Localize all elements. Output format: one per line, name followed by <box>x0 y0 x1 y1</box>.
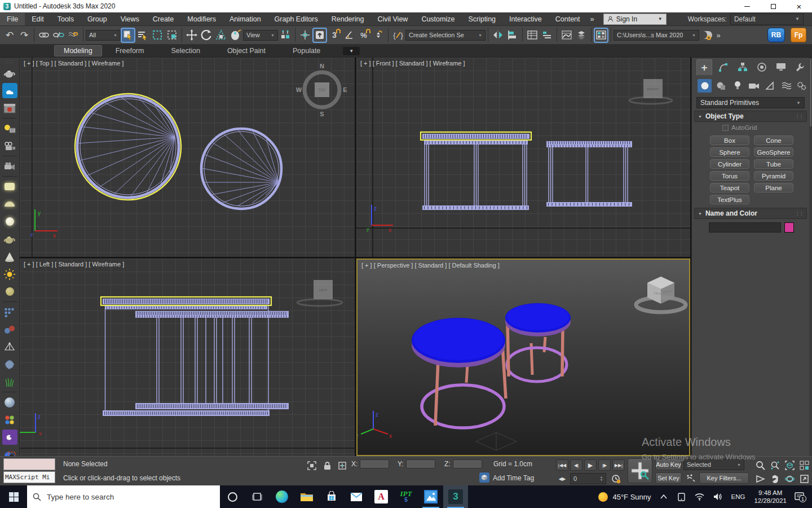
sky-sphere-icon[interactable] <box>2 284 17 299</box>
isolate-selection-icon[interactable] <box>305 459 319 472</box>
zoom-icon[interactable] <box>753 459 767 471</box>
render-preview-icon[interactable] <box>2 83 17 98</box>
tab-modify[interactable] <box>716 59 731 75</box>
menu-tools[interactable]: Tools <box>51 13 81 25</box>
angle-snap-icon[interactable] <box>342 28 356 43</box>
sphere-primitive-icon[interactable] <box>2 214 17 229</box>
next-frame-button[interactable]: |▶ <box>598 459 611 471</box>
tab-create[interactable]: + <box>696 59 712 75</box>
video-camera-icon[interactable] <box>2 159 17 174</box>
rollout-object-type[interactable]: ▼ Object Type ⋮⋮ <box>694 111 807 122</box>
undo-button[interactable]: ↶ <box>2 28 17 43</box>
menu-graph-editors[interactable]: Graph Editors <box>268 13 325 25</box>
connect-spheres-icon[interactable] <box>2 322 17 337</box>
maximize-viewport-icon[interactable] <box>797 472 811 485</box>
button-tube[interactable]: Tube <box>754 159 793 169</box>
selection-lock-icon[interactable] <box>320 459 334 472</box>
cone-primitive-icon[interactable] <box>2 249 17 264</box>
current-frame-field[interactable]: 0 ▲▼ <box>570 473 606 484</box>
go-to-start-button[interactable]: |◀◀ <box>556 459 568 471</box>
go-to-end-button[interactable]: ▶▶| <box>612 459 625 471</box>
tab-modeling[interactable]: Modeling <box>54 45 102 56</box>
edge-icon[interactable] <box>270 485 294 508</box>
unlink-icon[interactable] <box>51 28 66 43</box>
sign-in-dropdown[interactable]: Sign In ▼ <box>603 14 667 25</box>
rb-plugin-button[interactable]: RB <box>767 28 785 42</box>
align-icon[interactable] <box>505 28 520 43</box>
tab-selection[interactable]: Selection <box>157 46 213 56</box>
y-coordinate-field[interactable] <box>406 459 435 468</box>
button-cone[interactable]: Cone <box>754 135 793 145</box>
button-cylinder[interactable]: Cylinder <box>710 159 749 169</box>
viewport-left[interactable]: [ + ] [ Left ] [ Standard ] [ Wireframe … <box>20 259 355 456</box>
close-button[interactable]: × <box>786 0 812 12</box>
auto-key-button[interactable]: Auto Key <box>655 459 682 470</box>
language-indicator[interactable]: ENG <box>731 493 745 500</box>
file-explorer-icon[interactable] <box>294 485 319 508</box>
select-link-icon[interactable] <box>37 28 51 43</box>
named-selection-set-dropdown[interactable]: Create Selection Se ▼ <box>405 30 486 41</box>
set-key-button[interactable]: Set Key <box>655 472 682 484</box>
viewport-front-label[interactable]: [ + ] [ Front ] [ Standard ] [ Wireframe… <box>360 60 465 67</box>
toggle-layer-explorer-icon[interactable] <box>540 28 554 43</box>
selection-filter-dropdown[interactable]: All ▼ <box>86 30 121 41</box>
weather-sun-icon[interactable] <box>598 492 608 502</box>
asteroid-icon[interactable] <box>2 357 17 372</box>
clock[interactable]: 9:48 AM 12/28/2021 <box>754 489 787 505</box>
select-and-place-icon[interactable] <box>228 28 243 43</box>
button-pyramid[interactable]: Pyramid <box>754 171 793 181</box>
menu-file[interactable]: File <box>0 13 25 25</box>
mask-tool-icon[interactable] <box>2 430 17 445</box>
tab-display[interactable] <box>773 59 789 75</box>
window-crossing-icon[interactable] <box>165 28 179 43</box>
menu-create[interactable]: Create <box>146 13 181 25</box>
redo-button[interactable]: ↷ <box>17 28 32 43</box>
color-dots-icon[interactable] <box>2 412 17 427</box>
toggle-scene-explorer-icon[interactable] <box>525 28 540 43</box>
workspace-dropdown[interactable]: Default ▼ <box>730 14 804 25</box>
pyramid-helper-icon[interactable] <box>2 339 17 354</box>
play-button[interactable]: ▶ <box>584 459 597 471</box>
viewport-perspective-label[interactable]: [ + ] [ Perspective ] [ Standard ] [ Def… <box>361 262 500 269</box>
category-shapes[interactable] <box>714 79 728 93</box>
use-pivot-center-icon[interactable] <box>278 28 293 43</box>
menu-views[interactable]: Views <box>114 13 146 25</box>
viewport-top[interactable]: [ + ] [ Top ] [ Standard ] [ Wireframe ] <box>20 58 355 257</box>
time-configuration-icon[interactable] <box>609 472 623 485</box>
plane-primitive-icon[interactable] <box>2 179 17 194</box>
object-color-swatch[interactable] <box>784 222 794 233</box>
button-plane[interactable]: Plane <box>754 183 793 192</box>
button-torus[interactable]: Torus <box>710 171 749 181</box>
menu-customize[interactable]: Customize <box>414 13 461 25</box>
mail-icon[interactable] <box>344 485 369 508</box>
camera-lister-icon[interactable] <box>2 138 17 154</box>
fp-plugin-button[interactable]: Fp <box>791 28 806 42</box>
tab-hierarchy[interactable] <box>735 59 751 75</box>
category-systems[interactable] <box>795 79 809 93</box>
menu-content[interactable]: Content <box>549 13 587 25</box>
reference-coordinate-dropdown[interactable]: View ▼ <box>243 30 278 41</box>
button-textplus[interactable]: TextPlus <box>710 195 749 204</box>
store-icon[interactable] <box>319 485 344 508</box>
zoom-extents-icon[interactable] <box>783 459 796 471</box>
project-folder-dropdown[interactable]: C:\Users\s...s Max 2020 ▼ <box>614 30 699 41</box>
zoom-all-icon[interactable] <box>768 459 782 471</box>
action-center-icon[interactable]: 1 <box>795 492 804 501</box>
snaps-toggle-button[interactable] <box>312 28 327 43</box>
rectangular-selection-region-icon[interactable] <box>150 28 165 43</box>
field-of-view-icon[interactable] <box>753 472 767 485</box>
big-sphere-icon[interactable] <box>2 395 17 410</box>
toolbar-overflow-icon[interactable]: » <box>714 28 723 43</box>
button-geosphere[interactable]: GeoSphere <box>754 147 793 157</box>
spinner-snap-icon[interactable] <box>371 28 386 43</box>
select-object-button[interactable] <box>121 28 135 43</box>
key-filters-button[interactable]: Key Filters... <box>699 472 749 484</box>
button-sphere[interactable]: Sphere <box>710 147 749 157</box>
3dsmax-taskbar-icon[interactable]: 3 <box>443 485 468 508</box>
ipt-icon[interactable]: IPT5 <box>394 485 418 508</box>
category-space-warps[interactable] <box>779 79 793 93</box>
snap-3d-icon[interactable]: 3 <box>327 28 342 43</box>
menu-interactive[interactable]: Interactive <box>502 13 549 25</box>
z-coordinate-field[interactable] <box>453 459 482 468</box>
viewport-front[interactable]: [ + ] [ Front ] [ Standard ] [ Wireframe… <box>356 58 690 257</box>
